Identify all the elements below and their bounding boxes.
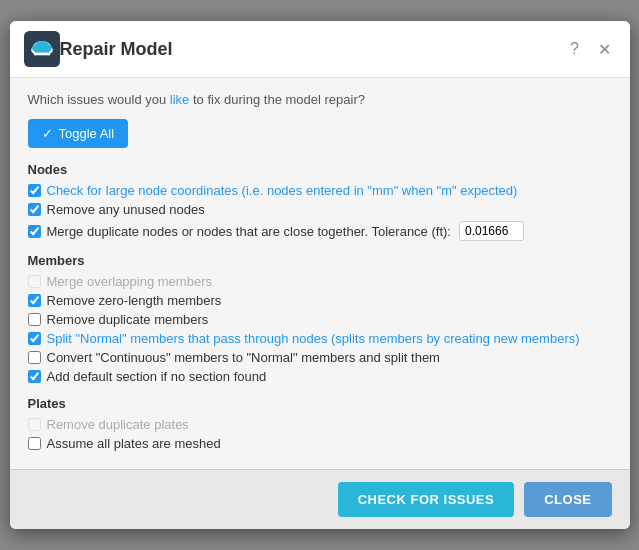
- tolerance-input[interactable]: [459, 221, 524, 241]
- node1-text: Check for large node coordinates (i.e. n…: [47, 183, 518, 198]
- dialog-subtitle: Which issues would you like to fix durin…: [28, 92, 612, 107]
- plt1-label: Remove duplicate plates: [47, 417, 189, 432]
- header-icons: ? ✕: [564, 38, 616, 60]
- mem4-row: Split "Normal" members that pass through…: [28, 331, 612, 346]
- nodes-section-label: Nodes: [28, 162, 612, 177]
- repair-model-dialog: Repair Model ? ✕ Which issues would you …: [10, 21, 630, 529]
- dialog-body: Which issues would you like to fix durin…: [10, 78, 630, 469]
- mem4-checkbox[interactable]: [28, 332, 41, 345]
- node1-label: Check for large node coordinates (i.e. n…: [47, 183, 518, 198]
- node3-label: Merge duplicate nodes or nodes that are …: [47, 224, 451, 239]
- mem6-row: Add default section if no section found: [28, 369, 612, 384]
- mem2-label: Remove zero-length members: [47, 293, 222, 308]
- node3-row: Merge duplicate nodes or nodes that are …: [28, 221, 612, 241]
- mem5-label: Convert "Continuous" members to "Normal"…: [47, 350, 440, 365]
- dialog-header: Repair Model ? ✕: [10, 21, 630, 78]
- members-section-label: Members: [28, 253, 612, 268]
- mem4-text: Split "Normal" members that pass through…: [47, 331, 580, 346]
- mem6-checkbox[interactable]: [28, 370, 41, 383]
- mem3-label: Remove duplicate members: [47, 312, 209, 327]
- node3-checkbox[interactable]: [28, 225, 41, 238]
- check-for-issues-button[interactable]: CHECK FOR ISSUES: [338, 482, 515, 517]
- mem1-checkbox[interactable]: [28, 275, 41, 288]
- help-icon[interactable]: ?: [564, 38, 586, 60]
- svg-rect-8: [34, 49, 48, 53]
- mem2-checkbox[interactable]: [28, 294, 41, 307]
- plates-section-label: Plates: [28, 396, 612, 411]
- node1-checkbox[interactable]: [28, 184, 41, 197]
- mem3-checkbox[interactable]: [28, 313, 41, 326]
- mem5-checkbox[interactable]: [28, 351, 41, 364]
- plt1-checkbox[interactable]: [28, 418, 41, 431]
- skyciv-logo: [24, 31, 60, 67]
- close-icon[interactable]: ✕: [594, 38, 616, 60]
- toggle-check-icon: ✓: [42, 126, 53, 141]
- toggle-all-button[interactable]: ✓ Toggle All: [28, 119, 129, 148]
- node2-label: Remove any unused nodes: [47, 202, 205, 217]
- mem3-row: Remove duplicate members: [28, 312, 612, 327]
- node3-tolerance-group: Merge duplicate nodes or nodes that are …: [47, 221, 524, 241]
- dialog-footer: CHECK FOR ISSUES CLOSE: [10, 469, 630, 529]
- mem2-row: Remove zero-length members: [28, 293, 612, 308]
- mem1-row: Merge overlapping members: [28, 274, 612, 289]
- mem5-row: Convert "Continuous" members to "Normal"…: [28, 350, 612, 365]
- mem4-label: Split "Normal" members that pass through…: [47, 331, 580, 346]
- plt2-label: Assume all plates are meshed: [47, 436, 221, 451]
- plt1-row: Remove duplicate plates: [28, 417, 612, 432]
- mem6-label: Add default section if no section found: [47, 369, 267, 384]
- dialog-title: Repair Model: [60, 39, 564, 60]
- node2-row: Remove any unused nodes: [28, 202, 612, 217]
- plt2-checkbox[interactable]: [28, 437, 41, 450]
- close-button[interactable]: CLOSE: [524, 482, 611, 517]
- plt2-row: Assume all plates are meshed: [28, 436, 612, 451]
- node2-checkbox[interactable]: [28, 203, 41, 216]
- node1-row: Check for large node coordinates (i.e. n…: [28, 183, 612, 198]
- mem1-label: Merge overlapping members: [47, 274, 212, 289]
